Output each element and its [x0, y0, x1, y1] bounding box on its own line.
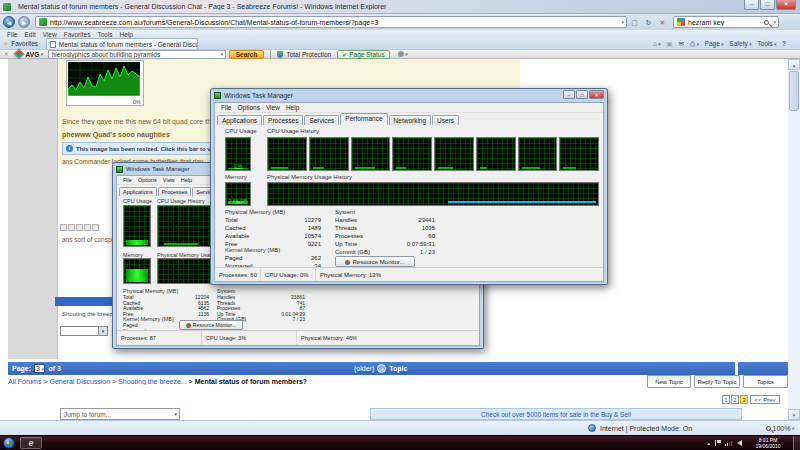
toolbar-box[interactable] — [68, 224, 75, 231]
page-select[interactable]: 3▾ — [34, 364, 45, 373]
show-hidden-icons[interactable]: ▴ — [707, 440, 710, 446]
resource-monitor-button[interactable]: Resource Monitor... — [179, 320, 243, 330]
show-desktop-button[interactable] — [793, 436, 800, 450]
tm-menu-file[interactable]: File — [221, 104, 231, 111]
stop-button[interactable]: ✕ — [656, 16, 669, 28]
compatibility-view-button[interactable]: ▢ — [628, 16, 641, 28]
menu-favorites[interactable]: Favorites — [64, 31, 91, 38]
address-dropdown-icon[interactable]: ▾ — [621, 19, 624, 25]
minimize-button[interactable]: – — [563, 90, 575, 99]
menu-help[interactable]: Help — [120, 31, 133, 38]
url-text[interactable]: http://www.seabreeze.com.au/forums/Gener… — [50, 19, 620, 26]
scroll-down-arrow[interactable]: ▾ — [788, 409, 800, 420]
breadcrumb-general-discussion[interactable]: General Discussion — [49, 378, 110, 385]
favorites-button[interactable]: ★ Favorites — [3, 40, 38, 48]
page-2-link[interactable]: 2 — [731, 395, 739, 404]
search-dropdown-icon[interactable]: ▾ — [773, 19, 776, 25]
close-button[interactable]: ✕ — [776, 0, 796, 10]
browser-titlebar[interactable]: Mental status of forum members - General… — [0, 0, 800, 14]
avg-search-input[interactable]: hieroglyphics about building pyramids ▾ — [48, 50, 226, 59]
tab-processes[interactable]: Processes — [263, 115, 303, 125]
search-icon[interactable] — [764, 20, 769, 25]
vertical-scrollbar[interactable]: ▴ ▾ — [788, 59, 800, 420]
cpu-graph-image[interactable]: 0% — [66, 60, 144, 106]
tab-applications[interactable]: Applications — [217, 115, 262, 125]
feeds-button[interactable]: ▣ — [666, 40, 672, 48]
toolbar-box[interactable] — [76, 224, 83, 231]
search-input[interactable]: hezram key — [688, 19, 764, 26]
tm-menu-options[interactable]: Options — [237, 104, 259, 111]
taskbar-clock[interactable]: 8:01 PM 19/06/2010 — [746, 437, 790, 449]
volume-icon[interactable] — [737, 440, 742, 446]
print-button[interactable]: ⎙▾ — [690, 40, 699, 48]
tm-menu-options[interactable]: Options — [138, 177, 157, 183]
chevron-down-icon[interactable]: ▾ — [40, 51, 43, 57]
jump-to-forum-select[interactable]: Jump to forum...▾ — [60, 408, 180, 420]
gear-icon[interactable] — [398, 51, 404, 57]
new-topic-button[interactable]: New Topic — [647, 375, 691, 388]
topics-button[interactable]: Topics — [743, 375, 788, 388]
back-button[interactable]: ◀ — [3, 16, 15, 28]
older-arrow-button[interactable]: ◂ — [377, 364, 386, 373]
breadcrumb-all-forums[interactable]: All Forums — [8, 378, 41, 385]
avg-query-text[interactable]: hieroglyphics about building pyramids — [49, 51, 219, 58]
task-manager-window-front[interactable]: Windows Task Manager – □ ✕ File Options … — [210, 88, 608, 285]
toolbar-close-icon[interactable]: ✕ — [4, 51, 9, 57]
tab-performance[interactable]: Performance — [340, 113, 387, 125]
toolbar-box[interactable] — [60, 224, 67, 231]
page-menu[interactable]: Page▾ — [705, 40, 724, 47]
maximize-button[interactable]: □ — [760, 0, 775, 10]
help-button[interactable]: ? — [782, 40, 786, 47]
tm-menu-help[interactable]: Help — [181, 177, 192, 183]
search-box[interactable]: hezram key ▾ — [673, 16, 779, 28]
tm-titlebar[interactable]: Windows Task Manager – □ ✕ — [211, 89, 607, 102]
avg-brand[interactable]: AVG — [26, 51, 40, 58]
tm-menu-help[interactable]: Help — [286, 104, 299, 111]
tab-services[interactable]: Services — [304, 115, 339, 125]
page-1-link[interactable]: 1 — [722, 395, 730, 404]
refresh-button[interactable]: ↻ — [642, 16, 655, 28]
chevron-down-icon[interactable]: ▾ — [405, 51, 408, 57]
resource-monitor-button[interactable]: Resource Monitor... — [335, 256, 415, 267]
taskbar-ie-button[interactable]: e — [20, 437, 42, 449]
start-button[interactable] — [3, 437, 15, 449]
read-mail-button[interactable]: ✉ — [678, 40, 683, 48]
safety-menu[interactable]: Safety▾ — [729, 40, 751, 47]
menu-edit[interactable]: Edit — [24, 31, 35, 38]
scroll-thumb[interactable] — [789, 71, 799, 111]
buy-sell-banner[interactable]: Check out over 5000 items for sale in th… — [370, 408, 742, 420]
avg-page-status-button[interactable]: ✔ Page Status — [337, 50, 389, 59]
chevron-down-icon[interactable]: ▾ — [220, 51, 223, 57]
menu-view[interactable]: View — [43, 31, 57, 38]
menu-tools[interactable]: Tools — [97, 31, 112, 38]
avg-search-button[interactable]: Search — [229, 50, 265, 59]
scroll-up-arrow[interactable]: ▴ — [788, 59, 800, 70]
tab-users[interactable]: Users — [432, 115, 459, 125]
small-dropdown[interactable]: ▾ — [60, 326, 108, 336]
prev-page-link[interactable]: << Prev — [750, 395, 780, 404]
action-center-flag-icon[interactable] — [715, 440, 720, 446]
reply-to-topic-button[interactable]: Reply To Topic — [694, 375, 740, 388]
maximize-button[interactable]: □ — [576, 90, 588, 99]
home-button[interactable]: ⌂▾ — [653, 40, 660, 47]
tab-applications[interactable]: Applications — [119, 187, 157, 196]
network-icon[interactable] — [725, 441, 732, 446]
close-button[interactable]: ✕ — [589, 90, 604, 99]
forward-button[interactable]: ▶ — [18, 16, 30, 28]
zoom-control[interactable]: 100% ▾ — [766, 425, 794, 432]
tab-networking[interactable]: Networking — [389, 115, 432, 125]
tools-menu[interactable]: Tools▾ — [757, 40, 776, 47]
tab-active[interactable]: Mental status of forum members - General… — [46, 38, 198, 49]
tm-menu-file[interactable]: File — [123, 177, 132, 183]
minimize-button[interactable]: – — [744, 0, 759, 10]
menu-file[interactable]: File — [7, 31, 17, 38]
toolbar-box[interactable] — [92, 224, 99, 231]
tm-menu-view[interactable]: View — [266, 104, 280, 111]
address-bar[interactable]: http://www.seabreeze.com.au/forums/Gener… — [35, 16, 627, 28]
breadcrumb-shooting-the-breeze[interactable]: Shooting the breeze... — [118, 378, 187, 385]
toolbar-box[interactable] — [84, 224, 91, 231]
tm-menu-view[interactable]: View — [163, 177, 175, 183]
tab-processes[interactable]: Processes — [158, 187, 192, 196]
avg-total-protection[interactable]: Total Protection — [286, 51, 331, 58]
group-title: Physical Memory (MB) — [225, 209, 321, 217]
